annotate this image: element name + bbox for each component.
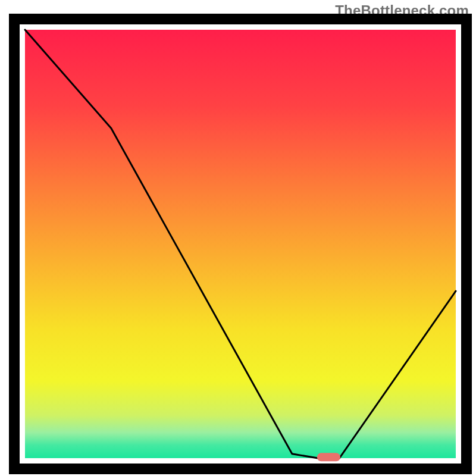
- optimum-marker: [317, 453, 340, 461]
- bottleneck-chart: [0, 0, 476, 476]
- plot-background: [25, 30, 456, 458]
- chart-container: TheBottleneck.com: [0, 0, 476, 476]
